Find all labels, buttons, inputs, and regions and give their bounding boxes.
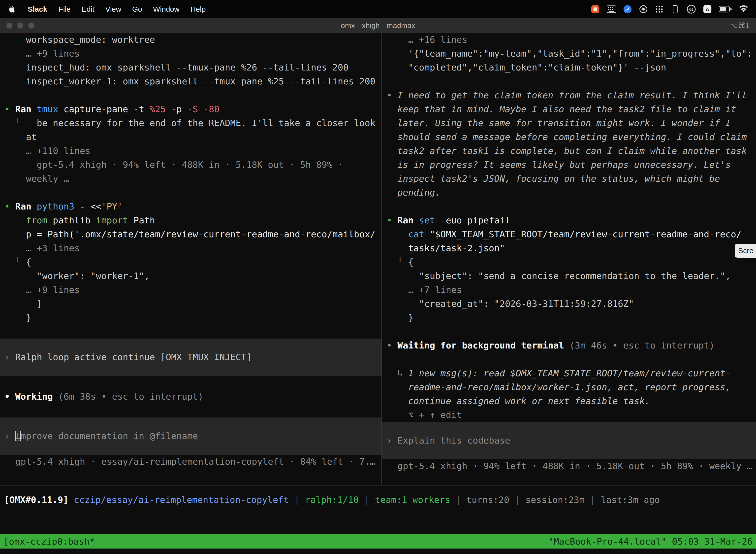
terminal-line (0, 88, 381, 102)
omx-status-line: [OMX#0.11.9] cczip/essay/ai-reimplementa… (4, 493, 660, 507)
window-controls (6, 18, 34, 33)
keyboard-grid-icon[interactable] (607, 4, 616, 15)
terminal-line: └ { (0, 255, 381, 269)
ralph-loop-banner[interactable]: › Ralph loop active continue [OMX_TMUX_I… (0, 339, 381, 376)
terminal-line: keep that in mind. Maybe I also need the… (382, 102, 756, 116)
menu-items: FileEditViewGoWindowHelp (59, 5, 206, 13)
terminal-line: is in progress? It seems likely but perh… (382, 158, 756, 172)
svg-text:A: A (706, 7, 709, 12)
input-source-icon[interactable]: A (703, 4, 712, 15)
menu-window[interactable]: Window (153, 5, 180, 13)
terminal-line: • Ran set -euo pipefail (382, 214, 756, 227)
disc-icon[interactable] (639, 4, 648, 15)
terminal-line (0, 376, 381, 390)
gauge-icon[interactable]: 61 (687, 4, 696, 15)
window-title: omx --xhigh --madmax (341, 18, 415, 33)
terminal-line: "subject": "send a concise recommendatio… (382, 269, 756, 283)
terminal-line: … +3 lines (0, 241, 381, 255)
terminal-line: inspect task2's JSON, focusing on the st… (382, 172, 756, 186)
terminal-line (0, 403, 381, 418)
wifi-icon[interactable] (739, 4, 749, 15)
terminal-line: from pathlib import Path (0, 214, 381, 227)
terminal-line: cat "$OMX_TEAM_STATE_ROOT/team/review-cu… (382, 227, 756, 241)
menu-file[interactable]: File (59, 5, 70, 13)
terminal-line (382, 200, 756, 214)
terminal-line (382, 74, 756, 88)
screen-recording-icon[interactable] (591, 4, 600, 15)
tooltip-text: Scre (738, 246, 754, 255)
prompt-suggestion[interactable]: › Improve documentation in @filename (0, 418, 381, 455)
terminal-line: "worker": "worker-1", (0, 269, 381, 283)
screenshot-tooltip: Scre (735, 244, 756, 258)
terminal-line: • Ran tmux capture-pane -t %25 -p -S -80 (0, 102, 381, 116)
close-button[interactable] (6, 22, 12, 29)
terminal-line: … +16 lines (382, 33, 756, 47)
terminal-line: later. Using the same for transition mig… (382, 116, 756, 130)
window-title-bar: omx --xhigh --madmax ⌥⌘1 (0, 18, 756, 33)
terminal-line: … +9 lines (0, 47, 381, 61)
terminal-line: } (382, 311, 756, 325)
terminal-line: inspect_worker-1: omx sparkshell --tmux-… (0, 74, 381, 88)
tmux-host-clock: "MacBook-Pro-44.local" 05:03 31-Mar-26 (548, 536, 753, 547)
terminal-line: • I need to get the claim token from the… (382, 88, 756, 102)
zoom-button[interactable] (28, 22, 34, 29)
svg-text:61: 61 (689, 7, 693, 11)
terminal-line: … +9 lines (0, 283, 381, 297)
menu-edit[interactable]: Edit (82, 5, 94, 13)
active-app-name[interactable]: Slack (28, 5, 47, 13)
terminal-line: ] (0, 297, 381, 311)
battery-icon[interactable] (719, 4, 732, 15)
menu-bar: Slack FileEditViewGoWindowHelp 61A (0, 0, 756, 18)
menu-help[interactable]: Help (190, 5, 206, 13)
terminal-line (382, 352, 756, 366)
prompt-suggestion[interactable]: › Explain this codebase (382, 422, 756, 459)
terminal-line: • Working (6m 38s • esc to interrupt) (0, 390, 381, 403)
status-icons: 61A (591, 4, 749, 15)
terminal-line: gpt-5.4 xhigh · 94% left · 488K in · 5.1… (0, 158, 381, 172)
terminal-line (0, 325, 381, 339)
horizontal-separator (0, 485, 756, 486)
terminal-line: tasks/task-2.json" (382, 241, 756, 255)
terminal-line: '{"team_name":"my-team","task_id":"1","f… (382, 47, 756, 61)
terminal-pane-right[interactable]: … +16 lines '{"team_name":"my-team","tas… (382, 33, 756, 485)
terminal-line: • Waiting for background terminal (3m 46… (382, 339, 756, 352)
terminal-line: readme-and-reco/mailbox/worker-1.json, a… (382, 380, 756, 394)
terminal-line: gpt-5.4 xhigh · essay/ai-reimplementatio… (0, 455, 381, 468)
apple-menu-icon[interactable] (7, 4, 16, 15)
terminal-line: └ { (382, 255, 756, 269)
terminal-line: … +110 lines (0, 144, 381, 158)
tmux-status-bar: [omx-cczip0:bash* "MacBook-Pro-44.local"… (0, 534, 756, 549)
terminal-line: • Ran python3 - <<'PY' (0, 200, 381, 214)
terminal-line: … +7 lines (382, 283, 756, 297)
terminal-line: ↳ 1 new msg(s): read $OMX_TEAM_STATE_ROO… (382, 366, 756, 380)
terminal-line: task2 after task1 is complete, but can I… (382, 144, 756, 158)
terminal-line: "created_at": "2026-03-31T11:59:27.816Z" (382, 297, 756, 311)
terminal-line: └ be necessary for the end of the README… (0, 116, 381, 130)
terminal-line (0, 186, 381, 200)
tmux-session-name: [omx-cczip0:bash* (3, 536, 95, 547)
terminal-line: at (0, 130, 381, 144)
dots-grid-icon[interactable] (655, 4, 664, 15)
terminal-line: gpt-5.4 xhigh · 94% left · 488K in · 5.1… (382, 459, 756, 473)
minimize-button[interactable] (17, 22, 23, 29)
terminal-pane-left[interactable]: workspace_mode: worktree … +9 lines insp… (0, 33, 381, 485)
app-blue-icon[interactable] (623, 4, 632, 15)
menu-view[interactable]: View (105, 5, 121, 13)
terminal-line: p = Path('.omx/state/team/review-current… (0, 227, 381, 241)
terminal-line: weekly … (0, 172, 381, 186)
terminal-line (382, 325, 756, 339)
desktop: Slack FileEditViewGoWindowHelp 61A omx -… (0, 0, 756, 554)
terminal-line: } (0, 311, 381, 325)
terminal-line: workspace_mode: worktree (0, 33, 381, 47)
device-icon[interactable] (671, 4, 680, 15)
terminal-line: pending. (382, 186, 756, 200)
terminal-line: should send a message before completing … (382, 130, 756, 144)
window-shortcut: ⌥⌘1 (730, 18, 750, 33)
menu-go[interactable]: Go (132, 5, 142, 13)
terminal-line: ⌥ + ↑ edit (382, 408, 756, 422)
terminal-line: "completed","claim_token":"claim-token"}… (382, 61, 756, 74)
terminal-line: inspect_hud: omx sparkshell --tmux-pane … (0, 61, 381, 74)
terminal-line: continue assigned work or next feasible … (382, 394, 756, 408)
